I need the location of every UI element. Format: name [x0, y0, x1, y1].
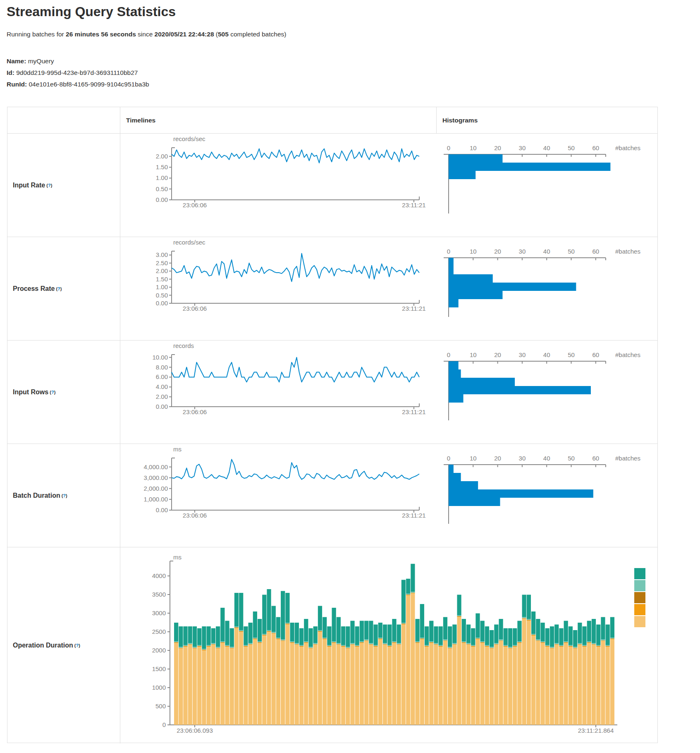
input-rows-line-series: [172, 357, 419, 382]
operation-duration-segment-light-teal-bar: [276, 638, 280, 638]
input-rows-hist-bar: [449, 369, 461, 378]
table-header-row: Timelines Histograms: [7, 107, 657, 134]
operation-duration-segment-light-teal-bar: [606, 645, 610, 646]
operation-duration-segment-dark-orange-bar: [429, 642, 433, 643]
operation-duration-segment-dark-orange-bar: [239, 631, 243, 631]
operation-duration-segment-light-teal-bar: [434, 643, 438, 644]
operation-duration-segment-light-orange-bar: [564, 643, 568, 725]
operation-duration-segment-dark-orange-bar: [582, 646, 586, 646]
operation-duration-segment-light-orange-bar: [299, 647, 303, 725]
operation-duration-segment-light-orange-bar: [248, 645, 253, 725]
operation-duration-segment-light-orange-bar: [401, 624, 406, 725]
operation-duration-segment-teal-bar: [540, 623, 545, 641]
operation-duration-segment-light-teal-bar: [443, 639, 447, 640]
operation-duration-segment-teal-bar: [225, 621, 229, 645]
operation-duration-segment-orange-bar: [499, 640, 503, 641]
operation-duration-segment-orange-bar: [285, 624, 289, 624]
operation-duration-segment-dark-orange-bar: [188, 644, 192, 645]
process-rate-hist-bar: [449, 283, 576, 291]
operation-duration-segment-light-teal-bar: [244, 645, 248, 646]
operation-duration-segment-orange-bar: [452, 644, 456, 645]
query-runid-value: 04e101e6-8bf8-4165-9099-9104c951ba3b: [29, 81, 149, 88]
process-rate-x-end: 23:11:21: [402, 305, 425, 312]
operation-duration-segment-light-teal-bar: [452, 643, 456, 644]
operation-duration-segment-dark-orange-bar: [485, 646, 489, 646]
operation-duration-segment-teal-bar: [601, 617, 605, 639]
operation-duration-segment-light-orange-bar: [207, 647, 211, 725]
subtitle-part: Running batches for: [7, 31, 66, 38]
operation-duration-segment-teal-bar: [346, 626, 350, 647]
operation-duration-segment-light-orange-bar: [332, 643, 336, 725]
operation-duration-segment-dark-orange-bar: [466, 644, 471, 645]
input-rows-help-icon[interactable]: (?): [50, 390, 55, 395]
operation-duration-segment-light-teal-bar: [420, 638, 424, 638]
batch-duration-help-icon[interactable]: (?): [62, 493, 67, 498]
process-rate-hist-tick: 10: [470, 248, 477, 255]
operation-duration-segment-teal-bar: [475, 613, 480, 638]
operation-duration-segment-orange-bar: [587, 643, 591, 643]
operation-duration-label: Operation Duration: [13, 642, 73, 649]
operation-duration-help-icon[interactable]: (?): [74, 643, 80, 648]
operation-duration-segment-orange-bar: [508, 648, 512, 648]
operation-duration-segment-dark-orange-bar: [522, 618, 526, 619]
operation-duration-segment-orange-bar: [276, 639, 280, 639]
operation-duration-segment-light-teal-bar: [527, 619, 531, 620]
operation-duration-segment-teal-bar: [420, 604, 424, 638]
operation-duration-segment-orange-bar: [592, 644, 596, 645]
operation-duration-segment-dark-orange-bar: [337, 644, 341, 645]
operation-duration-segment-teal-bar: [355, 626, 359, 645]
operation-duration-segment-light-orange-bar: [387, 647, 392, 725]
operation-duration-segment-teal-bar: [554, 624, 559, 643]
operation-duration-segment-light-teal-bar: [601, 639, 605, 640]
operation-duration-segment-light-teal-bar: [425, 645, 429, 646]
operation-duration-segment-teal-bar: [411, 564, 415, 592]
input-rows-hist-tick: 10: [470, 351, 477, 358]
operation-duration-segment-light-orange-bar: [225, 647, 229, 725]
operation-duration-segment-light-teal-bar: [569, 645, 573, 646]
operation-duration-segment-light-orange-bar: [378, 639, 382, 725]
operation-duration-segment-teal-bar: [276, 617, 280, 638]
process-rate-charts: records/sec3.002.502.001.501.000.500.002…: [120, 237, 657, 340]
operation-duration-y-tick: 1000: [152, 684, 166, 691]
operation-duration-segment-light-orange-bar: [420, 639, 424, 725]
operation-duration-segment-light-teal-bar: [522, 617, 526, 618]
operation-duration-segment-light-teal-bar: [225, 645, 229, 646]
operation-duration-segment-teal-bar: [434, 626, 438, 643]
process-rate-hist-bar: [449, 299, 459, 307]
subtitle-part: (: [214, 31, 218, 38]
process-rate-hist-tick: 20: [494, 248, 501, 255]
operation-duration-segment-light-teal-bar: [573, 647, 577, 647]
operation-duration-segment-light-orange-bar: [308, 649, 313, 725]
operation-duration-segment-light-orange-bar: [197, 647, 201, 725]
operation-duration-segment-light-teal-bar: [202, 649, 206, 650]
operation-duration-segment-light-orange-bar: [490, 649, 494, 725]
operation-duration-segment-light-teal-bar: [517, 641, 521, 642]
operation-duration-segment-orange-bar: [540, 643, 545, 643]
operation-duration-segment-teal-bar: [193, 626, 197, 647]
operation-duration-segment-light-orange-bar: [452, 645, 456, 725]
operation-duration-segment-light-orange-bar: [392, 643, 396, 725]
operation-duration-segment-light-orange-bar: [193, 649, 197, 725]
operation-duration-segment-light-teal-bar: [494, 643, 498, 644]
input-rate-hist-tick: 50: [568, 144, 575, 151]
operation-duration-segment-orange-bar: [360, 643, 364, 643]
operation-duration-segment-orange-bar: [397, 644, 401, 645]
input-rate-help-icon[interactable]: (?): [46, 183, 52, 188]
process-rate-help-icon[interactable]: (?): [56, 286, 62, 291]
operation-duration-segment-light-teal-bar: [281, 639, 285, 640]
operation-duration-segment-teal-bar: [439, 626, 443, 645]
operation-duration-segment-dark-orange-bar: [420, 638, 424, 639]
streaming-query-statistics-page: Streaming Query Statistics Running batch…: [0, 0, 700, 753]
operation-duration-segment-light-orange-bar: [448, 649, 452, 725]
operation-duration-segment-dark-orange-bar: [452, 644, 456, 645]
operation-duration-segment-teal-bar: [522, 595, 526, 617]
operation-duration-segment-dark-orange-bar: [308, 648, 313, 648]
query-runid-label: RunId:: [7, 81, 27, 88]
operation-duration-segment-dark-orange-bar: [272, 633, 276, 633]
operation-duration-segment-dark-orange-bar: [443, 640, 447, 641]
operation-duration-segment-teal-bar: [374, 624, 378, 645]
operation-duration-segment-light-orange-bar: [355, 647, 359, 725]
operation-duration-segment-dark-orange-bar: [267, 631, 271, 631]
operation-duration-segment-dark-orange-bar: [490, 648, 494, 648]
operation-duration-segment-dark-orange-bar: [248, 644, 253, 645]
